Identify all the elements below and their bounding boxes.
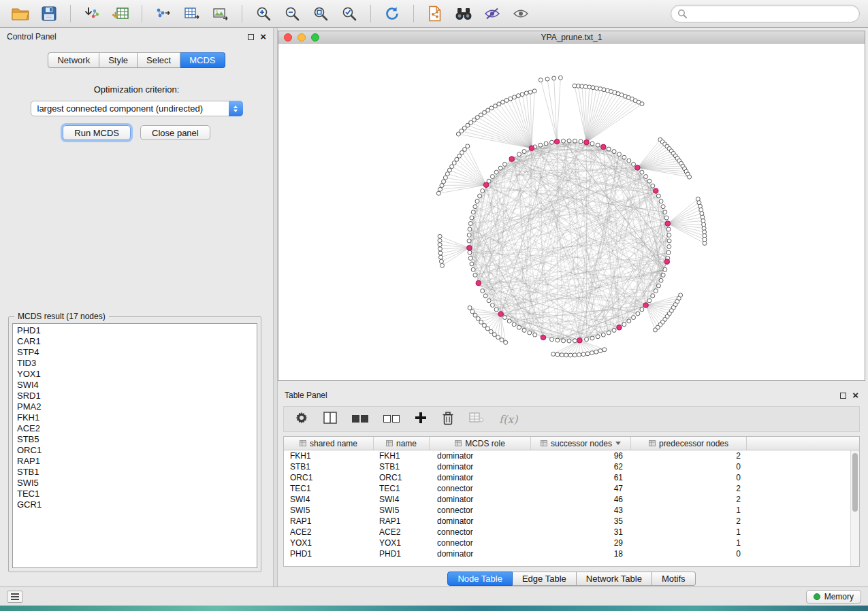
network-node[interactable]: [552, 76, 556, 80]
network-node[interactable]: [659, 278, 663, 282]
network-hub-node[interactable]: [664, 259, 670, 265]
mcds-result-item[interactable]: ACE2: [13, 423, 257, 434]
status-menu-button[interactable]: [7, 591, 23, 603]
minimize-window-icon[interactable]: [298, 33, 306, 42]
network-node[interactable]: [470, 310, 475, 314]
network-node[interactable]: [466, 144, 470, 148]
table-row[interactable]: STB1STB1dominator620: [284, 461, 850, 472]
network-node[interactable]: [438, 239, 442, 243]
network-node[interactable]: [468, 250, 472, 254]
network-node[interactable]: [504, 99, 509, 103]
network-node[interactable]: [667, 245, 671, 249]
network-node[interactable]: [558, 76, 562, 80]
network-node[interactable]: [501, 100, 505, 104]
run-mcds-button[interactable]: Run MCDS: [63, 125, 131, 140]
network-node[interactable]: [503, 162, 507, 166]
network-node[interactable]: [663, 267, 667, 271]
network-node[interactable]: [443, 176, 447, 180]
column-visibility-button[interactable]: [323, 412, 337, 427]
network-node[interactable]: [667, 239, 671, 243]
network-node[interactable]: [468, 306, 472, 310]
network-node[interactable]: [473, 313, 477, 317]
column-header-successor-nodes[interactable]: successor nodes: [531, 437, 631, 450]
network-node[interactable]: [590, 351, 594, 355]
table-settings-button[interactable]: [295, 411, 308, 427]
network-node[interactable]: [533, 333, 537, 337]
network-node[interactable]: [487, 299, 491, 303]
network-node[interactable]: [498, 166, 502, 170]
network-node[interactable]: [551, 352, 556, 356]
network-node[interactable]: [568, 353, 573, 357]
network-node[interactable]: [512, 323, 516, 327]
network-node[interactable]: [594, 350, 598, 354]
network-node[interactable]: [447, 168, 451, 172]
network-node[interactable]: [494, 308, 498, 312]
network-node[interactable]: [496, 335, 500, 340]
network-node[interactable]: [567, 139, 571, 143]
network-window-titlebar[interactable]: YPA_prune.txt_1: [278, 31, 865, 44]
column-header-name[interactable]: name: [374, 437, 430, 450]
table-row[interactable]: RAP1RAP1dominator352: [284, 516, 850, 527]
network-node[interactable]: [503, 316, 507, 320]
function-builder-button[interactable]: f(x): [499, 413, 517, 426]
tab-motifs[interactable]: Motifs: [652, 572, 696, 586]
table-row[interactable]: ACE2ACE2connector311: [284, 527, 850, 538]
network-hub-node[interactable]: [509, 156, 515, 162]
network-hub-node[interactable]: [643, 303, 649, 308]
network-node[interactable]: [653, 328, 657, 332]
network-node[interactable]: [577, 352, 581, 357]
network-node[interactable]: [667, 233, 671, 237]
show-details-button[interactable]: [509, 3, 533, 24]
hide-details-button[interactable]: [480, 3, 504, 24]
network-node[interactable]: [632, 316, 636, 320]
network-hub-node[interactable]: [529, 146, 534, 151]
network-canvas[interactable]: [278, 44, 865, 380]
network-hub-node[interactable]: [541, 335, 546, 340]
tab-edge-table[interactable]: Edge Table: [513, 572, 577, 586]
table-row[interactable]: FKH1FKH1dominator962: [284, 450, 850, 461]
export-table-button[interactable]: [180, 3, 204, 24]
network-node[interactable]: [490, 175, 494, 179]
open-network-button[interactable]: [8, 3, 33, 24]
network-node[interactable]: [640, 308, 644, 312]
network-node[interactable]: [485, 327, 489, 331]
network-node[interactable]: [640, 170, 644, 174]
network-node[interactable]: [520, 93, 524, 97]
network-node[interactable]: [651, 294, 655, 298]
network-node[interactable]: [467, 239, 471, 243]
network-node[interactable]: [544, 142, 548, 146]
network-node[interactable]: [585, 337, 589, 342]
first-neighbors-button[interactable]: [451, 3, 476, 24]
export-network-button[interactable]: [151, 3, 176, 24]
network-node[interactable]: [517, 325, 521, 329]
network-node[interactable]: [513, 95, 517, 99]
network-node[interactable]: [494, 170, 498, 174]
network-node[interactable]: [481, 289, 485, 293]
network-hub-node[interactable]: [467, 246, 472, 251]
network-node[interactable]: [663, 210, 667, 214]
network-node[interactable]: [573, 339, 577, 343]
save-session-button[interactable]: [37, 3, 61, 24]
network-node[interactable]: [647, 179, 652, 183]
tab-network[interactable]: Network: [48, 52, 99, 68]
network-node[interactable]: [562, 139, 566, 143]
network-node[interactable]: [596, 335, 600, 339]
network-node[interactable]: [644, 175, 648, 179]
network-node[interactable]: [482, 323, 486, 327]
network-node[interactable]: [509, 97, 513, 101]
mcds-result-item[interactable]: CAR1: [13, 336, 257, 347]
network-node[interactable]: [528, 90, 532, 94]
network-node[interactable]: [627, 319, 631, 323]
network-hub-node[interactable]: [584, 139, 590, 145]
search-input[interactable]: [691, 9, 853, 19]
network-node[interactable]: [522, 150, 526, 154]
network-node[interactable]: [688, 175, 692, 179]
import-table-button[interactable]: [108, 3, 133, 24]
network-graph[interactable]: [278, 44, 865, 381]
network-node[interactable]: [475, 199, 479, 203]
mcds-result-item[interactable]: TID3: [13, 358, 257, 369]
float-panel-icon[interactable]: [840, 393, 846, 399]
network-node[interactable]: [524, 91, 528, 95]
network-hub-node[interactable]: [483, 182, 489, 188]
network-hub-node[interactable]: [617, 325, 622, 331]
